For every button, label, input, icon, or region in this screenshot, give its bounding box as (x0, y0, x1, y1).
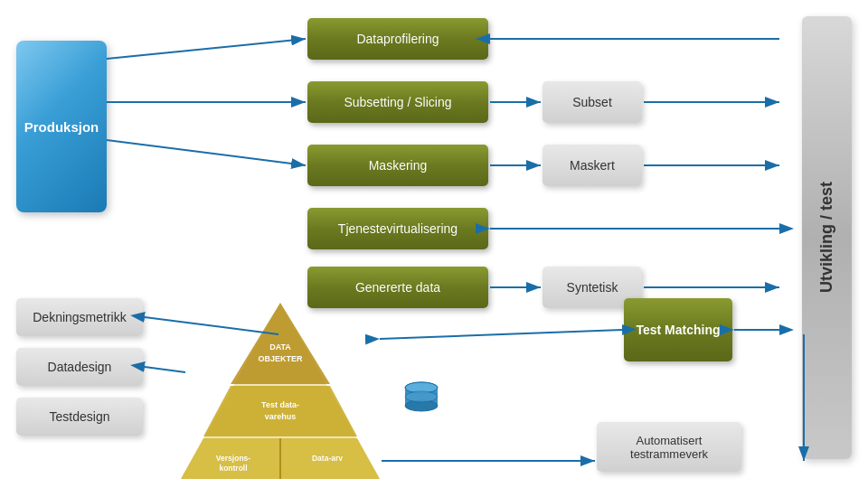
subsetting-label: Subsetting / Slicing (344, 95, 451, 109)
subset-label: Subset (572, 95, 612, 109)
svg-line-22 (107, 140, 306, 165)
dekningsmetrikk-box: Dekningsmetrikk (16, 298, 143, 336)
svg-marker-2 (203, 386, 357, 436)
testdesign-label: Testdesign (50, 409, 110, 424)
deknings-label: Dekningsmetrikk (33, 310, 126, 324)
svg-text:Versjons-: Versjons- (216, 454, 250, 463)
utvikling-label: Utvikling / test (817, 182, 837, 293)
svg-text:kontroll: kontroll (219, 464, 247, 473)
svg-line-20 (107, 39, 306, 59)
pyramid-container: DATA OBJEKTER Test data- varehus Versjon… (181, 303, 380, 479)
datadesign-box: Datadesign (16, 348, 143, 386)
tjeneste-label: Tjenestevirtualisering (338, 221, 458, 236)
maskering-label: Maskering (369, 158, 428, 173)
subsetting-box: Subsetting / Slicing (307, 81, 488, 123)
genererte-label: Genererte data (355, 280, 440, 295)
produksjon-box: Produksjon (16, 41, 107, 212)
svg-text:Test data-: Test data- (261, 400, 299, 409)
auto-test-box: Automatisert testrammeverk (597, 422, 741, 472)
svg-text:DATA: DATA (269, 342, 291, 352)
dataprofil-box: Dataprofilering (307, 18, 488, 60)
svg-point-16 (405, 391, 438, 402)
maskering-box: Maskering (307, 145, 488, 186)
utvikling-bar: Utvikling / test (802, 16, 852, 459)
produksjon-label: Produksjon (24, 119, 99, 135)
test-matching-box: Test Matching (624, 298, 732, 361)
tjeneste-box: Tjenestevirtualisering (307, 208, 488, 249)
maskert-label: Maskert (570, 158, 615, 173)
test-matching-label: Test Matching (636, 323, 720, 337)
datadesign-label: Datadesign (48, 360, 112, 374)
svg-text:OBJEKTER: OBJEKTER (258, 354, 303, 363)
db-svg (402, 381, 440, 413)
auto-test-label: Automatisert testrammeverk (597, 434, 741, 461)
dataprofil-label: Dataprofilering (356, 32, 439, 46)
database-icon (402, 381, 440, 413)
maskert-box: Maskert (542, 145, 642, 186)
pyramid-svg: DATA OBJEKTER Test data- varehus Versjon… (181, 303, 380, 479)
svg-text:Data-arv: Data-arv (312, 454, 343, 463)
svg-line-34 (380, 330, 622, 339)
svg-text:varehus: varehus (265, 412, 297, 421)
testdesign-box: Testdesign (16, 398, 143, 436)
subset-box: Subset (542, 81, 642, 123)
syntetisk-label: Syntetisk (567, 280, 618, 295)
svg-line-33 (145, 367, 185, 372)
